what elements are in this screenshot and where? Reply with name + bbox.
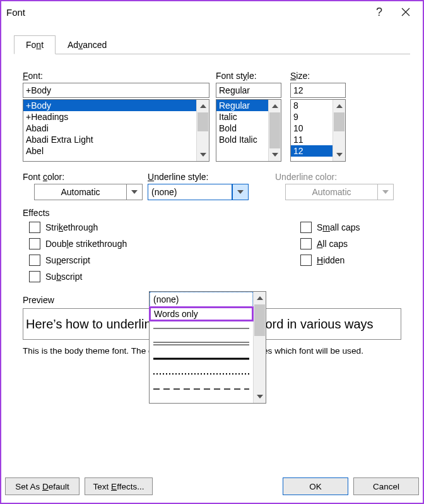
list-item[interactable]: Abadi Extra Light (23, 134, 196, 145)
font-color-dropdown[interactable]: Automatic (34, 184, 143, 200)
svg-marker-2 (200, 104, 206, 108)
size-input[interactable] (290, 83, 346, 98)
dialog-title: Font (6, 7, 367, 18)
underline-style-dropdown[interactable]: (none) (148, 184, 249, 200)
svg-marker-3 (200, 153, 206, 157)
underline-color-dropdown: Automatic (285, 184, 394, 200)
size-label: Size: (290, 71, 346, 81)
underline-option-none[interactable]: (none) (150, 292, 253, 307)
set-as-default-button[interactable]: Set As Default (5, 477, 80, 495)
chevron-down-icon[interactable] (232, 184, 249, 200)
svg-marker-7 (336, 153, 343, 157)
checkbox-icon (29, 255, 40, 266)
chevron-down-icon (377, 184, 394, 200)
scroll-down-icon[interactable] (269, 148, 281, 161)
underline-style-popup[interactable]: (none) Words only (149, 291, 266, 404)
checkbox-subscript[interactable]: Subscript (29, 271, 168, 282)
checkbox-hidden[interactable]: Hidden (300, 255, 401, 266)
text-effects-button[interactable]: Text Effects... (85, 477, 153, 495)
ok-button[interactable]: OK (283, 477, 348, 495)
scroll-down-icon[interactable] (333, 148, 345, 161)
close-icon (401, 8, 410, 16)
font-style-listbox[interactable]: Regular Italic Bold Bold Italic (216, 99, 281, 162)
svg-marker-8 (131, 190, 138, 194)
scroll-thumb[interactable] (269, 112, 280, 148)
tab-advanced[interactable]: Advanced (56, 35, 119, 54)
underline-option-single[interactable] (150, 321, 253, 336)
list-item[interactable]: +Body (23, 100, 196, 111)
list-item[interactable]: 12 (291, 145, 333, 157)
button-bar: Set As Default Text Effects... OK Cancel (5, 474, 419, 499)
checkbox-icon (300, 238, 312, 249)
list-item[interactable]: 9 (291, 111, 333, 123)
scroll-up-icon[interactable] (269, 100, 281, 112)
svg-marker-18 (257, 395, 263, 399)
font-style-input[interactable] (216, 83, 281, 98)
chevron-down-icon[interactable] (126, 184, 143, 200)
font-input[interactable] (23, 83, 209, 98)
underline-option-words-only[interactable]: Words only (149, 306, 254, 321)
checkbox-icon (29, 271, 40, 282)
checkbox-icon (300, 222, 312, 233)
scroll-thumb[interactable] (197, 112, 208, 131)
scroll-down-icon[interactable] (254, 390, 266, 403)
svg-marker-4 (272, 104, 278, 108)
underline-style-label: Underline style: (148, 172, 270, 182)
font-color-label: Font color: (23, 172, 143, 182)
checkbox-small-caps[interactable]: Small caps (300, 222, 401, 233)
scrollbar[interactable] (268, 100, 281, 161)
svg-marker-6 (336, 104, 343, 108)
close-button[interactable] (391, 8, 420, 16)
font-dialog: Font ? Font Advanced Font: +Body +Headin… (0, 0, 424, 504)
scroll-up-icon[interactable] (333, 100, 345, 112)
cancel-button[interactable]: Cancel (353, 477, 419, 495)
list-item[interactable]: Regular (216, 100, 268, 111)
svg-marker-10 (382, 190, 389, 194)
help-button[interactable]: ? (367, 6, 391, 19)
list-item[interactable]: Bold (216, 123, 268, 134)
checkbox-superscript[interactable]: Superscript (29, 255, 168, 266)
title-bar: Font ? (1, 1, 423, 23)
underline-option-dotted[interactable] (150, 366, 253, 381)
tab-font[interactable]: Font (14, 35, 56, 54)
svg-marker-9 (237, 190, 244, 194)
underline-option-dashed[interactable] (150, 381, 253, 397)
list-item[interactable]: 11 (291, 134, 333, 145)
list-item[interactable]: Abel (23, 145, 196, 157)
checkbox-strikethrough[interactable]: Strikethrough (29, 222, 168, 233)
list-item[interactable]: Italic (216, 111, 268, 123)
scrollbar[interactable] (253, 292, 266, 403)
scroll-thumb[interactable] (334, 112, 344, 131)
list-item[interactable]: 8 (291, 100, 333, 111)
scroll-down-icon[interactable] (197, 148, 209, 161)
checkbox-double-strikethrough[interactable]: Double strikethrough (29, 238, 168, 249)
list-item[interactable]: 10 (291, 123, 333, 134)
underline-option-double[interactable] (150, 336, 253, 351)
list-item[interactable]: Bold Italic (216, 134, 268, 145)
svg-marker-17 (257, 296, 263, 300)
scroll-thumb[interactable] (254, 304, 265, 336)
list-item[interactable]: Abadi (23, 123, 196, 134)
checkbox-icon (300, 255, 312, 266)
font-style-label: Font style: (216, 71, 281, 81)
scroll-up-icon[interactable] (197, 100, 209, 112)
tab-strip: Font Advanced (14, 35, 410, 54)
checkbox-icon (29, 238, 40, 249)
underline-option-thick[interactable] (150, 351, 253, 366)
font-listbox[interactable]: +Body +Headings Abadi Abadi Extra Light … (23, 99, 209, 162)
size-listbox[interactable]: 8 9 10 11 12 (290, 99, 346, 162)
checkbox-icon (29, 222, 40, 233)
scrollbar[interactable] (196, 100, 209, 161)
dialog-body: Font: +Body +Headings Abadi Abadi Extra … (1, 54, 423, 362)
scrollbar[interactable] (333, 100, 345, 161)
scroll-up-icon[interactable] (254, 292, 266, 304)
svg-marker-5 (272, 153, 278, 157)
font-label: Font: (23, 71, 209, 81)
underline-color-label: Underline color: (275, 172, 399, 182)
effects-label: Effects (23, 208, 401, 218)
checkbox-all-caps[interactable]: All caps (300, 238, 401, 249)
list-item[interactable]: +Headings (23, 111, 196, 123)
